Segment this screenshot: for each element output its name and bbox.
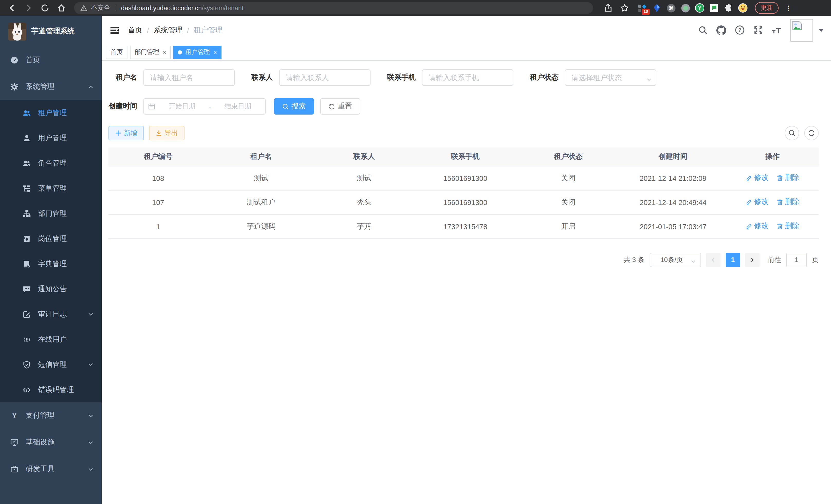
tab-dept[interactable]: 部门管理× xyxy=(130,46,171,59)
sidebar-item-menu[interactable]: 菜单管理 xyxy=(0,176,102,201)
ext-kite-icon[interactable] xyxy=(652,3,661,13)
user-avatar-broken-image[interactable] xyxy=(791,19,813,41)
sidebar-item-sms[interactable]: 短信管理 xyxy=(0,352,102,377)
tenant-name-input[interactable] xyxy=(143,69,235,86)
sidebar-item-tenant[interactable]: 租户管理 xyxy=(0,100,102,125)
sidebar-item-user[interactable]: 用户管理 xyxy=(0,125,102,151)
sidebar-item-errcode[interactable]: 错误码管理 xyxy=(0,377,102,402)
tree-list-icon xyxy=(23,184,31,192)
col-status: 租户状态 xyxy=(517,147,620,166)
browser-toolbar: 不安全 dashboard.yudao.iocoder.cn/system/te… xyxy=(0,0,831,16)
help-icon[interactable]: ? xyxy=(735,25,745,35)
sidebar-item-post[interactable]: 岗位管理 xyxy=(0,226,102,251)
ext-badge: 10 xyxy=(642,9,650,15)
delete-link[interactable]: 删除 xyxy=(776,173,799,183)
contact-input[interactable] xyxy=(279,69,371,86)
refresh-icon xyxy=(328,103,335,110)
top-navbar: 首页 / 系统管理 / 租户管理 ? xyxy=(102,16,831,44)
avatar-caret-icon[interactable] xyxy=(819,29,824,32)
not-secure-icon xyxy=(80,4,87,11)
header-search-icon[interactable] xyxy=(698,25,708,35)
home-icon[interactable] xyxy=(57,3,66,12)
ext-tag-assistant-icon[interactable]: 10 xyxy=(637,3,647,13)
sidebar-item-dict[interactable]: 字典管理 xyxy=(0,251,102,276)
org-chart-icon xyxy=(23,209,31,217)
fullscreen-icon[interactable] xyxy=(753,25,763,35)
chrome-update-button[interactable]: 更新 xyxy=(755,2,779,14)
ext-y-icon[interactable]: Y xyxy=(695,3,705,13)
browser-menu-icon[interactable]: ⋮ xyxy=(785,4,792,12)
status-text: 开启 xyxy=(517,214,620,238)
filter-row-2: 创建时间 开始日期 - 结束日期 搜索 重置 xyxy=(109,98,819,115)
address-bar[interactable]: 不安全 dashboard.yudao.iocoder.cn/system/te… xyxy=(74,2,593,14)
profile-avatar-icon[interactable] xyxy=(738,3,748,13)
share-icon[interactable] xyxy=(603,3,612,12)
goto-page-input[interactable] xyxy=(786,253,807,267)
collapse-sidebar-icon[interactable] xyxy=(110,25,120,35)
chevron-up-icon xyxy=(88,84,93,90)
edit-link[interactable]: 修改 xyxy=(746,222,768,231)
date-range-picker[interactable]: 开始日期 - 结束日期 xyxy=(143,98,266,115)
reset-button[interactable]: 重置 xyxy=(320,98,360,115)
page-size-select[interactable]: 10条/页 xyxy=(650,253,701,267)
breadcrumb-system[interactable]: 系统管理 xyxy=(154,25,182,35)
chevron-down-icon xyxy=(88,440,93,445)
ext-chat-icon[interactable] xyxy=(709,3,719,13)
search-icon xyxy=(282,103,289,110)
add-button[interactable]: 新增 xyxy=(109,126,144,140)
sidebar-item-home[interactable]: 首页 xyxy=(0,47,102,73)
search-button[interactable]: 搜索 xyxy=(274,98,314,115)
sidebar-item-audit-log[interactable]: 审计日志 xyxy=(0,302,102,327)
sidebar-item-devtool[interactable]: 研发工具 xyxy=(0,456,102,482)
sidebar-item-online-user[interactable]: 在线用户 xyxy=(0,327,102,352)
back-icon[interactable] xyxy=(7,3,17,12)
tab-home[interactable]: 首页 xyxy=(106,46,127,59)
plus-icon xyxy=(115,130,121,136)
badge-icon xyxy=(23,235,31,243)
ext-recorder-icon[interactable] xyxy=(681,3,690,13)
status-select[interactable] xyxy=(565,69,656,86)
github-icon[interactable] xyxy=(716,25,726,35)
monitor-icon xyxy=(10,438,19,446)
sidebar-item-dept[interactable]: 部门管理 xyxy=(0,201,102,226)
sidebar-item-role[interactable]: 角色管理 xyxy=(0,151,102,176)
mobile-input[interactable] xyxy=(422,69,513,86)
prev-page-button[interactable] xyxy=(706,253,720,267)
page-number-current[interactable]: 1 xyxy=(726,253,740,267)
url-host: dashboard.yudao.iocoder.cn xyxy=(121,4,202,11)
forward-icon[interactable] xyxy=(24,3,33,12)
download-icon xyxy=(156,130,162,136)
tags-view: 首页 部门管理× 租户管理× xyxy=(102,44,831,61)
close-icon[interactable]: × xyxy=(163,49,166,55)
sidebar-item-notice[interactable]: 通知公告 xyxy=(0,276,102,302)
sidebar-item-system[interactable]: 系统管理 xyxy=(0,73,102,100)
edit-link[interactable]: 修改 xyxy=(746,198,768,207)
next-page-button[interactable] xyxy=(745,253,760,267)
gear-icon xyxy=(10,83,19,91)
export-button[interactable]: 导出 xyxy=(149,126,184,140)
bookmark-star-icon[interactable] xyxy=(620,3,629,12)
reload-icon[interactable] xyxy=(40,3,49,12)
toggle-search-button[interactable] xyxy=(785,126,799,140)
url-path: /system/tenant xyxy=(202,4,243,11)
close-icon[interactable]: × xyxy=(213,49,217,55)
font-size-icon[interactable] xyxy=(772,25,782,35)
edit-pen-icon xyxy=(746,223,752,230)
sidebar-item-pay[interactable]: ¥ 支付管理 xyxy=(0,402,102,429)
table-row: 1 芋道源码 芋艿 17321315478 开启 2021-01-05 17:0… xyxy=(109,214,819,238)
sidebar-item-infra[interactable]: 基础设施 xyxy=(0,429,102,456)
extensions-puzzle-icon[interactable] xyxy=(724,3,733,13)
refresh-table-button[interactable] xyxy=(804,126,819,140)
breadcrumb: 首页 / 系统管理 / 租户管理 xyxy=(128,25,223,35)
breadcrumb-home[interactable]: 首页 xyxy=(128,25,142,35)
ext-command-icon[interactable]: ⌘ xyxy=(666,3,676,13)
dashboard-icon xyxy=(10,56,19,64)
delete-link[interactable]: 删除 xyxy=(776,222,799,231)
col-tenant-name: 租户名 xyxy=(208,147,315,166)
message-icon xyxy=(23,285,31,293)
navbar-actions: ? xyxy=(698,19,824,41)
tab-tenant-active[interactable]: 租户管理× xyxy=(173,46,222,59)
edit-link[interactable]: 修改 xyxy=(746,173,768,183)
status-label: 租户状态 xyxy=(530,73,558,82)
delete-link[interactable]: 删除 xyxy=(776,198,799,207)
